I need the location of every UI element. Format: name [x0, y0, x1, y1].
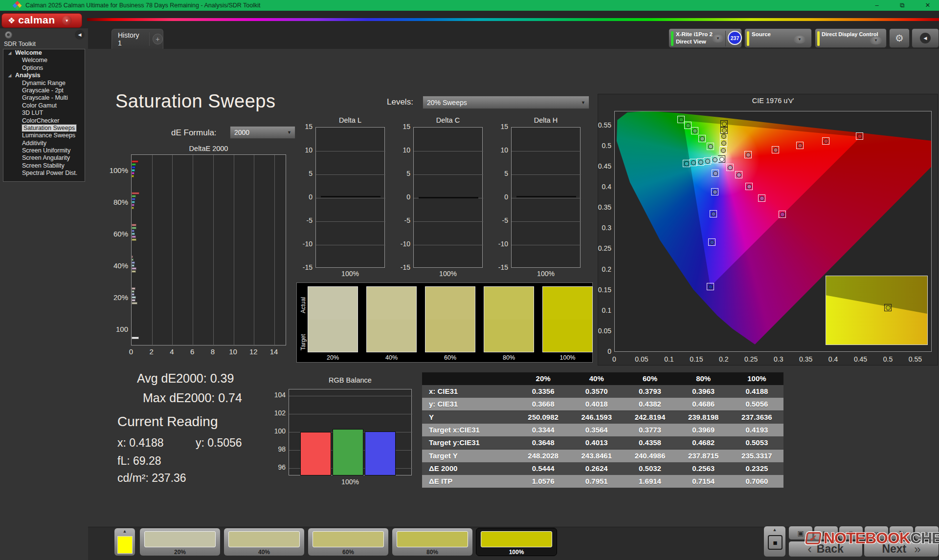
current-fl: fL: 69.28 — [117, 454, 161, 468]
delta-l-chart — [315, 127, 385, 268]
restore-button-icon[interactable]: ⧉ — [891, 0, 914, 11]
sidebar-item-welcome[interactable]: Welcome — [3, 57, 85, 64]
display-control-selector[interactable]: Direct Display Control ▼ — [815, 28, 887, 48]
y-tick-label: -15 — [395, 263, 410, 271]
deltae-bar — [132, 169, 135, 172]
play-button[interactable]: ▶ — [814, 526, 838, 540]
tree-expander-icon[interactable]: ◢ — [8, 49, 11, 57]
pattern-window-button[interactable]: ⌗ — [839, 526, 863, 540]
y-tick-label: -5 — [492, 216, 508, 224]
next-button[interactable]: Next » — [864, 541, 939, 557]
pattern-button-20%[interactable]: 20% — [139, 528, 221, 556]
back-button[interactable]: ‹ Back — [788, 541, 863, 557]
meter-dropdown-icon[interactable]: ▼ — [712, 35, 724, 43]
deltae-bar — [132, 166, 135, 169]
current-x: x: 0.4188 — [117, 436, 164, 450]
sidebar-item-dynamic-range[interactable]: Dynamic Range — [3, 80, 85, 87]
brand-caret-icon[interactable]: ▼ — [62, 16, 72, 25]
pattern-button-80%[interactable]: 80% — [392, 528, 473, 556]
cie-x-tick: 0.3 — [768, 355, 789, 363]
stop-measure-button[interactable]: ■ — [768, 535, 782, 550]
pattern-label: 40% — [224, 549, 304, 556]
meter-name: X-Rite i1Pro 2 — [676, 31, 713, 37]
cie-x-tick: 0 — [604, 355, 625, 363]
sidebar-item-screen-stability[interactable]: Screen Stability — [3, 162, 85, 170]
deltae-bar — [132, 230, 134, 232]
target-swatch — [367, 320, 416, 352]
de-formula-dropdown[interactable]: 2000 ▼ — [230, 126, 295, 139]
close-button-icon[interactable]: ✕ — [917, 0, 939, 11]
actual-row-label: Actual — [300, 297, 307, 313]
up-arrow-icon[interactable]: ▲ — [114, 529, 135, 534]
workflow-orb-button[interactable] — [5, 31, 12, 39]
deltae-chart — [131, 154, 286, 345]
tree-expander-icon[interactable]: ◢ — [8, 72, 11, 79]
sidebar-collapse-button[interactable]: ◀ — [75, 30, 85, 40]
sidebar-item-saturation-sweeps[interactable]: Saturation Sweeps — [3, 125, 85, 132]
cie-x-tick: 0.45 — [850, 355, 872, 363]
refresh-button[interactable]: ↻ — [889, 526, 914, 540]
sidebar-item-colorchecker[interactable]: ColorChecker — [3, 117, 85, 125]
gridline — [414, 174, 483, 175]
sidebar-item-color-gamut[interactable]: Color Gamut — [3, 102, 85, 109]
sidebar-item-additivity[interactable]: Additivity — [3, 140, 85, 147]
sidebar-item-grayscale-2pt[interactable]: Grayscale - 2pt — [3, 87, 85, 94]
tree-group-welcome[interactable]: ◢Welcome — [3, 49, 85, 57]
yellow-sweep-point — [722, 122, 727, 127]
display-control-dropdown-icon[interactable]: ▼ — [870, 37, 882, 44]
tab-history-1[interactable]: History 1 + — [112, 29, 163, 49]
sidebar-item-screen-uniformity[interactable]: Screen Uniformity — [3, 147, 85, 154]
levels-dropdown[interactable]: 20% Sweeps ▼ — [423, 96, 589, 109]
row-label: Target Y — [429, 450, 517, 462]
deltae-bar — [132, 163, 136, 166]
meter-selector[interactable]: X-Rite i1Pro 2 Direct View ▼ 237 — [669, 28, 742, 48]
display-capture-button[interactable]: ▣ — [788, 526, 813, 540]
y-tick-label: 10 — [395, 146, 410, 154]
tree-group-analysis[interactable]: ◢Analysis — [3, 72, 85, 79]
gridline — [274, 155, 275, 346]
up-arrow-icon[interactable]: ▲ — [764, 527, 785, 532]
delta-zero-line — [419, 197, 478, 198]
source-dropdown-icon[interactable]: ▼ — [794, 36, 805, 43]
actual-swatch — [484, 287, 534, 320]
yellow-sweep-point — [722, 128, 727, 133]
settings-gear-button[interactable]: ⚙ — [889, 28, 910, 48]
table-cell: 0.7154 — [677, 475, 730, 488]
target-swatch — [484, 320, 534, 352]
sidebar-item-options[interactable]: Options — [3, 65, 85, 72]
pattern-swatch — [481, 531, 552, 547]
pattern-button-60%[interactable]: 60% — [308, 528, 389, 556]
table-row: Target x:CIE310.33440.35640.37730.39690.… — [422, 424, 783, 436]
advance-button[interactable]: › — [915, 526, 939, 540]
source-selector[interactable]: Source ▼ — [744, 28, 812, 48]
sidebar-item-grayscale-multi[interactable]: Grayscale - Multi — [3, 94, 85, 102]
table-column-header: 40% — [570, 372, 623, 385]
y-tick-label: 10 — [492, 146, 508, 154]
add-tab-button[interactable]: + — [153, 34, 163, 44]
continuous-measure-button[interactable]: ∞ — [864, 526, 889, 540]
table-cell: 0.3570 — [570, 385, 623, 398]
swatch-column-80% — [484, 286, 534, 352]
pattern-label: 20% — [140, 549, 220, 556]
calman-menu-button[interactable]: ❖ calman ▼ — [1, 13, 82, 28]
actual-swatch — [367, 287, 416, 320]
sidebar-item-3d-lut[interactable]: 3D LUT — [3, 109, 85, 117]
pattern-preview-swatch[interactable] — [117, 536, 133, 554]
sidebar-item-luminance-sweeps[interactable]: Luminance Sweeps — [3, 132, 85, 139]
y-tick-label: -15 — [297, 263, 313, 271]
collapse-panel-button[interactable]: ◀ — [912, 28, 939, 48]
pattern-button-40%[interactable]: 40% — [224, 528, 305, 556]
table-cell: 0.2624 — [570, 462, 623, 475]
minimize-button-icon[interactable]: – — [866, 0, 888, 11]
chevron-right-icon: » — [914, 542, 920, 556]
source-status-bar — [747, 31, 749, 46]
row-label: ΔE 2000 — [429, 462, 517, 475]
x-tick-label: 0 — [126, 347, 136, 356]
table-cell: 0.3793 — [623, 385, 676, 398]
gridline — [289, 414, 412, 414]
swatch-column-60% — [425, 286, 475, 352]
pattern-button-100%[interactable]: 100% — [476, 528, 557, 556]
x-tick-label: 14 — [269, 347, 279, 356]
sidebar-item-screen-angularity[interactable]: Screen Angularity — [3, 154, 85, 162]
sidebar-item-spectral-power-dist-[interactable]: Spectral Power Dist. — [3, 170, 85, 177]
